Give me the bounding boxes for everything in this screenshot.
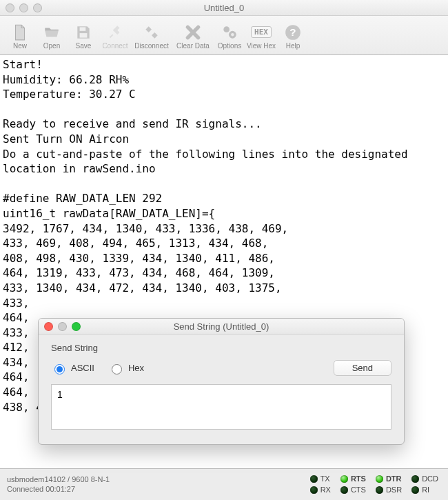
toolbar-label: New <box>13 42 27 50</box>
svg-point-2 <box>223 26 230 32</box>
gears-icon <box>220 23 239 42</box>
hex-icon: HEX <box>252 23 271 42</box>
send-string-dialog: Send String (Untitled_0) Send String ASC… <box>38 318 405 445</box>
dialog-minimize-icon <box>58 322 67 331</box>
toolbar-label: View Hex <box>247 42 276 50</box>
led-label: DCD <box>422 474 438 483</box>
dialog-close-icon[interactable] <box>44 322 53 331</box>
toolbar: New Open Save Connect Disconnect Clear D… <box>0 16 448 55</box>
send-button[interactable]: Send <box>334 360 391 376</box>
unplug-icon <box>142 23 161 42</box>
toolbar-label: Save <box>76 42 92 50</box>
svg-point-4 <box>231 33 234 36</box>
dialog-heading: Send String <box>51 343 391 353</box>
led-label: RI <box>422 486 429 494</box>
dialog-zoom-icon[interactable] <box>72 322 81 331</box>
connect-button: Connect <box>99 20 131 51</box>
radio-hex-input[interactable] <box>112 364 122 374</box>
window-title: Untitled_0 <box>0 3 448 13</box>
dialog-title: Send String (Untitled_0) <box>39 321 404 332</box>
led-dot-icon <box>310 486 318 494</box>
led-label: DSR <box>386 486 402 494</box>
send-string-input[interactable] <box>51 384 391 430</box>
led-dot-icon <box>310 475 318 483</box>
led-dtr: DTR <box>376 474 402 483</box>
svg-rect-0 <box>80 27 86 30</box>
radio-ascii[interactable]: ASCII <box>51 362 94 374</box>
led-label: RTS <box>351 474 366 483</box>
led-label: DTR <box>386 474 402 483</box>
toolbar-label: Options <box>218 42 241 50</box>
led-dsr: DSR <box>376 486 402 494</box>
led-dot-icon <box>411 475 419 483</box>
svg-rect-1 <box>80 33 88 38</box>
status-uptime: Connected 00:01:27 <box>7 485 301 493</box>
led-label: CTS <box>351 486 366 494</box>
radio-hex[interactable]: Hex <box>108 362 144 374</box>
toolbar-label: Help <box>286 42 301 50</box>
new-file-icon <box>10 23 30 42</box>
toolbar-label: Open <box>43 42 60 50</box>
led-rts: RTS <box>340 474 366 483</box>
help-button[interactable]: ? Help <box>277 20 309 51</box>
new-button[interactable]: New <box>4 20 36 51</box>
led-dot-icon <box>340 486 348 494</box>
led-cts: CTS <box>340 486 366 494</box>
led-label: RX <box>320 486 331 494</box>
clear-x-icon <box>183 23 203 42</box>
status-bar: usbmodem14102 / 9600 8-N-1 Connected 00:… <box>0 469 448 499</box>
led-dcd: DCD <box>411 474 438 483</box>
clear-data-button[interactable]: Clear Data <box>172 20 214 51</box>
led-dot-icon <box>376 486 383 494</box>
view-hex-button[interactable]: HEX View Hex <box>245 20 277 51</box>
toolbar-label: Clear Data <box>176 42 210 50</box>
save-icon <box>74 23 93 42</box>
open-button[interactable]: Open <box>36 20 68 51</box>
led-dot-icon <box>411 486 419 494</box>
folder-open-icon <box>42 23 61 42</box>
led-ri: RI <box>411 486 438 494</box>
led-rx: RX <box>310 486 331 494</box>
led-dot-icon <box>376 475 383 483</box>
toolbar-label: Disconnect <box>134 42 168 50</box>
radio-ascii-input[interactable] <box>54 364 65 374</box>
help-icon: ? <box>283 23 303 42</box>
led-label: TX <box>320 474 330 483</box>
led-tx: TX <box>310 474 331 483</box>
disconnect-button[interactable]: Disconnect <box>131 20 172 51</box>
titlebar: Untitled_0 <box>0 0 448 16</box>
plug-icon <box>105 23 125 42</box>
options-button[interactable]: Options <box>214 20 245 51</box>
toolbar-label: Connect <box>102 42 128 50</box>
led-dot-icon <box>340 475 348 483</box>
svg-text:?: ? <box>289 26 296 38</box>
status-port: usbmodem14102 / 9600 8-N-1 <box>7 475 301 483</box>
save-button[interactable]: Save <box>68 20 99 51</box>
